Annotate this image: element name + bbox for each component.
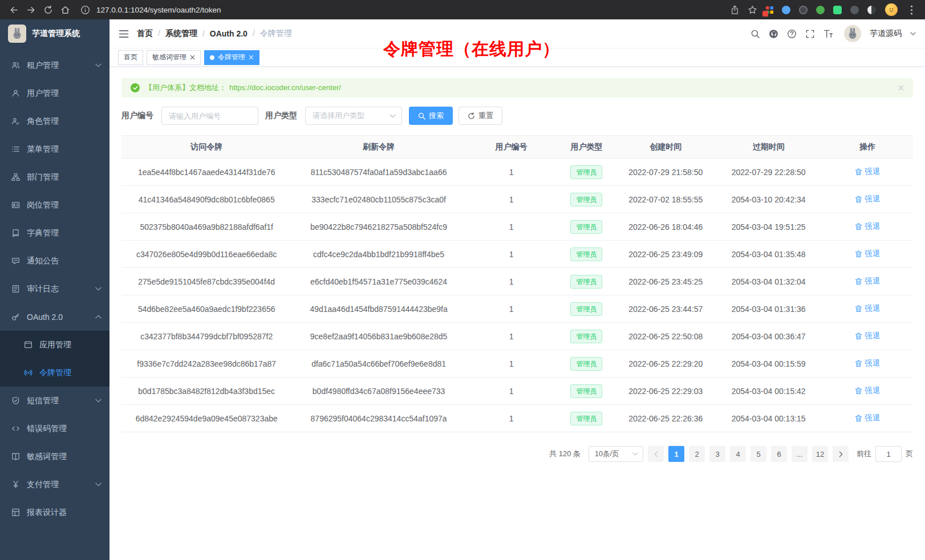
page-size-select[interactable]: 10条/页 xyxy=(589,446,643,462)
role-icon xyxy=(11,117,20,125)
reset-button[interactable]: 重置 xyxy=(459,107,502,125)
delete-icon xyxy=(855,278,862,285)
created-time-cell: 2022-06-25 22:29:03 xyxy=(616,378,715,405)
sidebar-item-notice[interactable]: 通知公告 xyxy=(0,247,109,275)
delete-icon xyxy=(855,196,862,203)
breadcrumb-item[interactable]: 首页 xyxy=(137,29,153,39)
sidebar-item-dict[interactable]: 字典管理 xyxy=(0,219,109,247)
darkmode-extension-icon[interactable] xyxy=(867,6,876,14)
address-bar[interactable]: 127.0.0.1:1024/system/oauth2/token xyxy=(79,3,721,16)
sidebar-item-role[interactable]: 角色管理 xyxy=(0,107,109,135)
help-icon[interactable] xyxy=(787,29,797,39)
extension-icon-gray[interactable] xyxy=(850,6,859,14)
search-icon[interactable] xyxy=(750,29,760,39)
user-id-input[interactable] xyxy=(161,107,258,125)
sidebar-item-user[interactable]: 用户管理 xyxy=(0,79,109,107)
user-id-cell: 1 xyxy=(466,159,557,186)
sidebar-item-audit-log[interactable]: 审计日志 xyxy=(0,275,109,303)
user-name[interactable]: 芋道源码 xyxy=(870,29,902,39)
pager-more-button[interactable]: ... xyxy=(792,446,808,462)
page-button-2[interactable]: 2 xyxy=(689,446,705,462)
table-row: f9336e7c7dd242a283ee98dc86b17a87dfa6c71a… xyxy=(121,350,913,378)
page-button-4[interactable]: 4 xyxy=(730,446,746,462)
force-logout-button[interactable]: 强退 xyxy=(855,276,880,286)
sidebar-item-sensitive-word[interactable]: 敏感词管理 xyxy=(0,443,109,470)
tab-sensitive-word[interactable]: 敏感词管理 xyxy=(147,50,201,65)
sidebar-item-menu[interactable]: 菜单管理 xyxy=(0,135,109,163)
page-button-1[interactable]: 1 xyxy=(668,446,684,462)
force-logout-button[interactable]: 强退 xyxy=(855,221,880,232)
breadcrumb: 首页系统管理OAuth 2.0令牌管理 xyxy=(137,29,292,39)
hamburger-icon[interactable] xyxy=(119,30,129,38)
refresh-token-cell: be90422b8c7946218275a508bf524fc9 xyxy=(291,213,465,241)
chevron-down-icon[interactable] xyxy=(910,32,916,35)
browser-profile-avatar[interactable] xyxy=(885,3,898,16)
breadcrumb-item[interactable]: 系统管理 xyxy=(153,29,197,39)
page-button-5[interactable]: 5 xyxy=(750,446,766,462)
expire-time-cell: 2054-03-04 01:32:04 xyxy=(715,268,822,295)
sidebar-item-label: OAuth 2.0 xyxy=(27,313,63,322)
browser-reload-icon[interactable] xyxy=(40,2,56,18)
github-icon[interactable] xyxy=(769,29,778,39)
breadcrumb-item[interactable]: OAuth 2.0 xyxy=(197,29,248,38)
extension-icon-blue[interactable] xyxy=(782,6,790,14)
extensions-grid-icon[interactable] xyxy=(762,2,777,17)
browser-forward-icon[interactable] xyxy=(23,2,39,18)
sidebar-item-label: 字典管理 xyxy=(27,228,59,238)
fullscreen-icon[interactable] xyxy=(805,29,815,39)
sidebar-item-post[interactable]: 岗位管理 xyxy=(0,191,109,219)
force-logout-button[interactable]: 强退 xyxy=(855,303,880,314)
tab-close-icon[interactable] xyxy=(249,55,254,60)
prev-page-button[interactable] xyxy=(648,446,664,462)
sidebar-item-oauth2-token[interactable]: 令牌管理 xyxy=(0,359,109,387)
force-logout-button[interactable]: 强退 xyxy=(855,331,880,341)
sidebar-item-sms[interactable]: 短信管理 xyxy=(0,387,109,415)
access-token-cell: c347026e805e4d99b0d116eae66eda8c xyxy=(121,241,291,268)
browser-back-icon[interactable] xyxy=(6,2,22,18)
browser-menu-icon[interactable] xyxy=(903,2,919,18)
page-button-3[interactable]: 3 xyxy=(709,446,725,462)
app-logo[interactable]: 芋道管理系统 xyxy=(0,19,109,48)
sidebar-item-oauth2-app[interactable]: 应用管理 xyxy=(0,331,109,359)
font-size-icon[interactable] xyxy=(823,29,833,39)
tab-token[interactable]: 令牌管理 xyxy=(204,50,259,65)
page-button-12[interactable]: 12 xyxy=(812,446,828,462)
sidebar-item-pay[interactable]: 支付管理 xyxy=(0,470,109,498)
user-type-select[interactable]: 请选择用户类型 xyxy=(305,107,402,125)
next-page-button[interactable] xyxy=(833,446,849,462)
navbar-actions: 芋道源码 xyxy=(750,25,916,42)
force-logout-button[interactable]: 强退 xyxy=(855,413,880,423)
force-logout-button[interactable]: 强退 xyxy=(855,194,880,204)
doc-link[interactable]: https://doc.iocoder.cn/user-center/ xyxy=(229,83,341,92)
sidebar-item-label: 错误码管理 xyxy=(27,424,67,434)
alert-close-icon[interactable] xyxy=(898,85,904,91)
site-info-icon[interactable] xyxy=(79,3,91,16)
force-logout-button[interactable]: 强退 xyxy=(855,167,880,177)
share-icon[interactable] xyxy=(727,2,743,18)
user-avatar[interactable] xyxy=(844,25,861,42)
sidebar-item-oauth2[interactable]: OAuth 2.0 xyxy=(0,303,109,331)
table-row: 1ea5e44f8bc1467aaede43144f31de76811c5304… xyxy=(121,159,913,186)
expire-time-cell: 2054-03-04 00:13:15 xyxy=(715,405,822,432)
refresh-token-cell: dfa6c71a50a54c66bef706ef9e6e8d81 xyxy=(291,350,465,378)
force-logout-button[interactable]: 强退 xyxy=(855,385,880,396)
sidebar-item-dept[interactable]: 部门管理 xyxy=(0,163,109,191)
sidebar-item-tenant[interactable]: 租户管理 xyxy=(0,51,109,79)
extension-icon-dark[interactable] xyxy=(799,6,808,14)
tab-home[interactable]: 首页 xyxy=(118,50,143,65)
tab-close-icon[interactable] xyxy=(190,55,195,60)
force-logout-button[interactable]: 强退 xyxy=(855,249,880,259)
created-time-cell: 2022-06-25 23:44:57 xyxy=(616,295,715,323)
search-button[interactable]: 搜索 xyxy=(409,107,453,125)
force-logout-button[interactable]: 强退 xyxy=(855,358,880,368)
sidebar-item-report-designer[interactable]: 报表设计器 xyxy=(0,498,109,526)
bookmark-star-icon[interactable] xyxy=(744,2,760,18)
extension-icon-android[interactable] xyxy=(833,6,842,14)
goto-page-input[interactable] xyxy=(875,446,902,462)
page-button-6[interactable]: 6 xyxy=(771,446,787,462)
extension-icon-green[interactable] xyxy=(816,6,825,14)
app-icon xyxy=(24,340,33,349)
browser-home-icon[interactable] xyxy=(57,2,73,18)
sidebar-item-error-code[interactable]: 错误码管理 xyxy=(0,415,109,443)
table-column-header: 操作 xyxy=(822,136,913,159)
